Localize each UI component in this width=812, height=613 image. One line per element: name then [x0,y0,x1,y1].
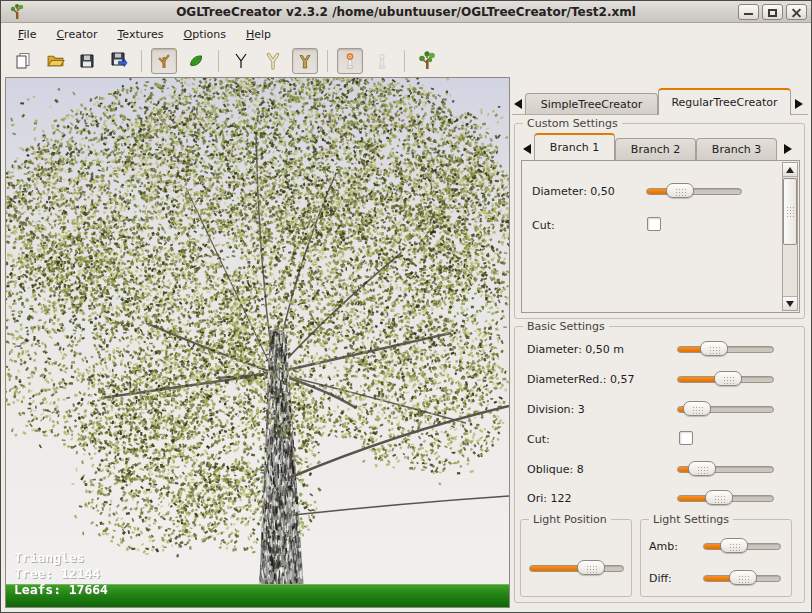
minimize-button[interactable] [738,4,759,20]
menu-creator[interactable]: Creator [47,26,106,43]
tree-render-canvas[interactable] [6,78,509,607]
basic-settings-label: Basic Settings [523,320,609,333]
branch-tabs-scroll-left[interactable] [520,141,533,157]
app-tree-icon [9,4,25,20]
arrow-down-icon [786,301,794,307]
custom-diameter-label: Diameter: 0,50 [532,185,615,198]
leaf-icon [187,52,205,70]
light-off-icon [373,52,391,70]
minimize-icon [744,13,753,15]
slider-handle[interactable] [705,490,733,505]
slider-handle[interactable] [714,371,742,386]
basic-settings-frame: Basic Settings Diameter: 0,50 m Diameter… [514,326,805,603]
tab-branch-1[interactable]: Branch 1 [534,133,615,160]
amb-slider[interactable] [703,538,781,554]
new-file-button[interactable] [10,48,36,74]
division-label: Division: 3 [527,403,585,416]
open-file-button[interactable] [42,48,68,74]
scrollbar-down-button[interactable] [783,296,797,310]
opengl-viewport[interactable]: Triangles Tree: 12144 Leafs: 17664 [5,77,510,608]
light-settings-frame: Light Settings Amb: Diff: [640,519,792,597]
save-as-button[interactable] [106,48,132,74]
arrow-right-icon [784,144,792,154]
titlebar: OGLTreeCreator v2.3.2 /home/ubuntuuser/O… [1,1,811,23]
stats-leafs-count: Leafs: 17664 [14,582,108,598]
light-off-button[interactable] [369,48,395,74]
maximize-button[interactable] [762,4,783,20]
slider-handle[interactable] [688,461,716,476]
ori-slider[interactable] [677,490,774,506]
slider-handle[interactable] [720,538,748,553]
diameter-red-label: DiameterRed.: 0,57 [527,373,634,386]
custom-settings-frame: Custom Settings Branch 1 Branch 2 Branch… [514,123,805,319]
slider-handle[interactable] [729,570,757,585]
toolbar-separator [404,50,405,72]
slider-handle[interactable] [700,341,728,356]
generate-tree-button[interactable] [414,48,440,74]
diameter-red-slider[interactable] [677,371,774,387]
stats-title: Triangles [14,550,108,566]
custom-settings-label: Custom Settings [523,117,622,130]
toolbar-separator [327,50,328,72]
oblique-slider[interactable] [677,461,774,477]
creator-tabs-scroll-right[interactable] [792,96,805,112]
leaf-mode-button[interactable] [183,48,209,74]
tab-simple-tree-creator[interactable]: SimpleTreeCreator [525,93,658,115]
diff-label: Diff: [649,572,672,585]
branch-solid-icon [296,52,314,70]
diff-slider[interactable] [703,570,781,586]
triangle-stats-overlay: Triangles Tree: 12144 Leafs: 17664 [14,550,108,598]
ori-label: Ori: 122 [527,492,571,505]
scrollbar-thumb[interactable] [783,178,797,245]
slider-handle[interactable] [577,560,605,575]
branch-wireframe-button[interactable] [228,48,254,74]
tab-label: Branch 2 [631,143,680,156]
branch-solid-button[interactable] [292,48,318,74]
arrow-left-icon [514,99,522,109]
branch-tabs-scroll-right[interactable] [781,141,794,157]
menu-options[interactable]: Options [174,26,234,43]
new-file-icon [14,52,32,70]
close-button[interactable] [786,4,807,20]
custom-diameter-slider[interactable] [646,183,742,199]
trunk-mode-button[interactable] [151,48,177,74]
branch-outline-button[interactable] [260,48,286,74]
tab-label: Branch 3 [712,143,761,156]
cut-label: Cut: [527,433,550,446]
division-slider[interactable] [677,401,774,417]
arrow-right-icon [795,99,803,109]
slider-handle[interactable] [666,183,694,198]
tab-regular-tree-creator[interactable]: RegularTreeCreator [658,88,791,115]
menubar: File Creator Textures Options Help [1,24,811,44]
toolbar-separator [141,50,142,72]
creator-tabs-scroll-left[interactable] [511,96,524,112]
diameter-slider[interactable] [677,341,774,357]
light-on-button[interactable] [337,48,363,74]
slider-handle[interactable] [683,401,711,416]
menu-help[interactable]: Help [237,26,280,43]
scrollbar-up-button[interactable] [783,163,797,177]
save-as-icon [110,51,129,70]
stats-tree-count: Tree: 12144 [14,566,108,582]
open-folder-icon [46,51,65,70]
light-on-icon [341,52,359,70]
light-position-slider[interactable] [529,560,624,576]
light-settings-label: Light Settings [649,513,733,526]
custom-cut-checkbox[interactable] [647,217,661,231]
trunk-icon [155,52,173,70]
tab-branch-3[interactable]: Branch 3 [696,138,777,160]
custom-settings-scrollbar[interactable] [782,162,798,311]
branch-outline-icon [264,52,282,70]
menu-file[interactable]: File [9,26,45,43]
menu-textures[interactable]: Textures [108,26,172,43]
toolbar-separator [218,50,219,72]
diameter-label: Diameter: 0,50 m [527,343,624,356]
application-window: OGLTreeCreator v2.3.2 /home/ubuntuuser/O… [0,0,812,613]
arrow-left-icon [523,144,531,154]
cut-checkbox[interactable] [679,431,693,445]
tab-label: SimpleTreeCreator [541,98,643,111]
save-button[interactable] [74,48,100,74]
tab-branch-2[interactable]: Branch 2 [615,138,696,160]
branch-settings-page: Diameter: 0,50 Cut: [521,160,800,313]
oblique-label: Oblique: 8 [527,463,584,476]
